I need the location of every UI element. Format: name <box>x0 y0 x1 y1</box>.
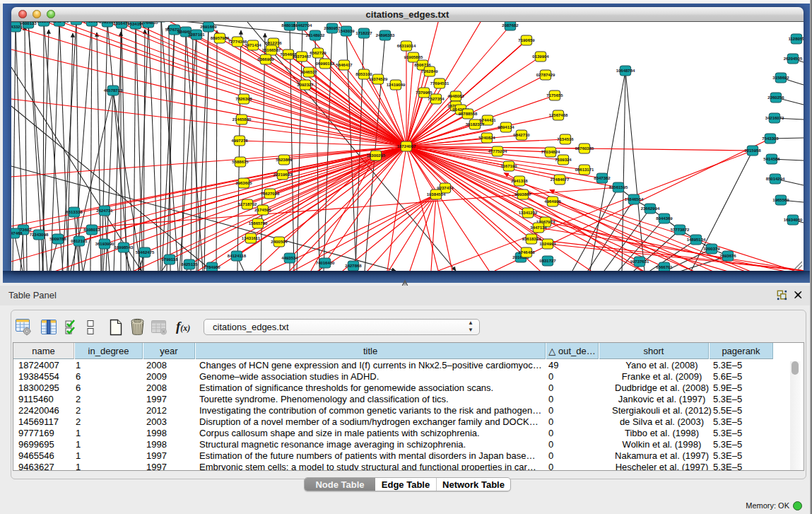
svg-text:76627028: 76627028 <box>261 192 280 196</box>
svg-text:0831727: 0831727 <box>539 259 556 263</box>
svg-text:0812191: 0812191 <box>71 239 88 243</box>
svg-text:22219693: 22219693 <box>273 173 293 177</box>
svg-text:7175655: 7175655 <box>546 93 563 98</box>
svg-text:13431611: 13431611 <box>242 236 261 240</box>
svg-text:9993867: 9993867 <box>514 192 531 197</box>
svg-text:2941318: 2941318 <box>511 179 528 183</box>
svg-text:83561595: 83561595 <box>609 185 628 189</box>
svg-text:27484677: 27484677 <box>551 177 570 182</box>
svg-text:2624731: 2624731 <box>96 209 113 213</box>
svg-text:1128059: 1128059 <box>788 37 804 41</box>
svg-text:5414586: 5414586 <box>763 157 780 161</box>
svg-text:8108013: 8108013 <box>83 228 100 232</box>
svg-text:3092327: 3092327 <box>297 83 314 87</box>
svg-text:4493534: 4493534 <box>281 256 298 260</box>
svg-text:1965569: 1965569 <box>772 198 789 202</box>
svg-text:2174596: 2174596 <box>254 208 271 212</box>
svg-text:3447134: 3447134 <box>530 226 547 230</box>
svg-text:5009788: 5009788 <box>49 237 66 241</box>
svg-text:5240824: 5240824 <box>478 136 495 140</box>
svg-text:77034824: 77034824 <box>541 150 560 154</box>
svg-text:40265423: 40265423 <box>50 22 69 23</box>
svg-text:2087682: 2087682 <box>502 23 519 28</box>
svg-text:10648784: 10648784 <box>616 69 635 73</box>
svg-text:28148932: 28148932 <box>306 33 325 37</box>
svg-text:12419049: 12419049 <box>387 83 406 87</box>
svg-text:74016400: 74016400 <box>316 261 335 265</box>
svg-text:08613171: 08613171 <box>575 168 594 172</box>
svg-text:3200379: 3200379 <box>703 247 720 251</box>
svg-text:6562729: 6562729 <box>310 51 326 55</box>
svg-text:3287101: 3287101 <box>188 33 205 37</box>
svg-text:5623869: 5623869 <box>276 158 293 162</box>
svg-text:1543039: 1543039 <box>338 29 355 33</box>
svg-text:4997278: 4997278 <box>231 139 248 143</box>
svg-text:93618324: 93618324 <box>522 237 541 241</box>
svg-text:34216073: 34216073 <box>765 116 784 120</box>
svg-text:15865780: 15865780 <box>249 221 268 226</box>
svg-text:2784980: 2784980 <box>204 265 220 269</box>
svg-text:7693676: 7693676 <box>719 254 736 258</box>
svg-text:1746488: 1746488 <box>518 250 535 255</box>
svg-text:7190659: 7190659 <box>518 38 535 42</box>
svg-text:8044369: 8044369 <box>656 216 673 221</box>
svg-text:89373467: 89373467 <box>293 54 312 59</box>
svg-text:16934060: 16934060 <box>784 218 803 222</box>
svg-text:06990162: 06990162 <box>316 62 335 66</box>
svg-text:95788568: 95788568 <box>459 112 478 116</box>
svg-text:23166587: 23166587 <box>262 48 281 52</box>
svg-text:7154516: 7154516 <box>557 137 574 141</box>
svg-text:12567468: 12567468 <box>549 113 568 117</box>
svg-text:0842710: 0842710 <box>513 133 530 137</box>
svg-text:6513338: 6513338 <box>66 210 83 214</box>
svg-text:24896383: 24896383 <box>376 33 395 37</box>
svg-text:16998543: 16998543 <box>114 245 134 250</box>
svg-text:1024994: 1024994 <box>539 242 556 246</box>
svg-text:3215958: 3215958 <box>744 148 761 153</box>
svg-text:7109324: 7109324 <box>555 158 572 162</box>
svg-text:2260256: 2260256 <box>767 95 784 100</box>
svg-text:02787429: 02787429 <box>536 73 555 77</box>
svg-text:18300295: 18300295 <box>367 153 386 158</box>
svg-text:36193990: 36193990 <box>95 242 114 246</box>
svg-text:84124118: 84124118 <box>228 254 247 258</box>
svg-text:85014294: 85014294 <box>766 177 785 181</box>
svg-text:4964990: 4964990 <box>544 199 561 204</box>
svg-text:8347382: 8347382 <box>594 176 611 180</box>
svg-text:0366909: 0366909 <box>257 57 274 62</box>
svg-text:32764835: 32764835 <box>139 22 158 25</box>
svg-text:7527354: 7527354 <box>428 97 445 101</box>
svg-text:0139904: 0139904 <box>532 54 549 59</box>
svg-text:4948083: 4948083 <box>447 94 464 98</box>
svg-text:21465840: 21465840 <box>233 117 252 122</box>
svg-text:2400504: 2400504 <box>271 240 288 244</box>
svg-text:0799118: 0799118 <box>161 257 178 262</box>
svg-text:88957986: 88957986 <box>211 36 230 40</box>
svg-text:57773872: 57773872 <box>671 228 690 232</box>
svg-text:3963605: 3963605 <box>235 181 252 185</box>
svg-text:1167190: 1167190 <box>500 164 517 168</box>
svg-text:26204505: 26204505 <box>784 57 803 61</box>
svg-text:3471434: 3471434 <box>245 43 261 47</box>
svg-text:19384554: 19384554 <box>427 192 446 197</box>
svg-text:14846564: 14846564 <box>625 197 644 201</box>
svg-text:08760385: 08760385 <box>575 146 594 151</box>
svg-text:0781618: 0781618 <box>83 22 100 23</box>
svg-text:6566701: 6566701 <box>656 265 673 269</box>
svg-text:2691669: 2691669 <box>200 25 217 29</box>
svg-text:66319314: 66319314 <box>397 44 416 48</box>
svg-text:51462704: 51462704 <box>293 23 312 28</box>
svg-text:14895134: 14895134 <box>687 238 706 242</box>
svg-text:2427868: 2427868 <box>345 264 362 268</box>
svg-text:1718227: 1718227 <box>355 31 372 35</box>
svg-text:35182337: 35182337 <box>466 122 485 127</box>
svg-text:9894134: 9894134 <box>498 125 514 129</box>
svg-text:46578713: 46578713 <box>104 88 123 93</box>
svg-text:91905865: 91905865 <box>404 55 423 59</box>
svg-text:8425135: 8425135 <box>181 262 198 267</box>
svg-text:72343098: 72343098 <box>30 233 49 237</box>
svg-text:23662994: 23662994 <box>641 206 660 211</box>
svg-text:53462475: 53462475 <box>136 250 155 255</box>
svg-text:7379965: 7379965 <box>416 90 433 95</box>
svg-text:47775204: 47775204 <box>488 149 507 153</box>
